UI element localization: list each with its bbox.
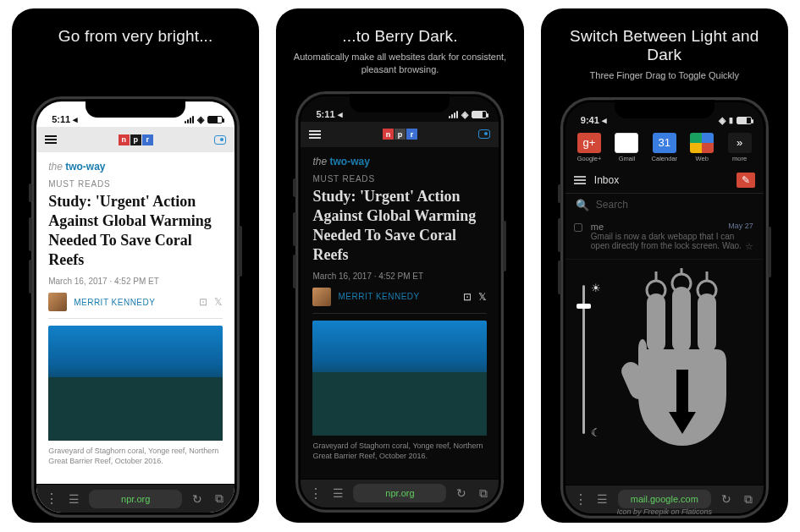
twitter-icon[interactable]: 𝕏 (478, 291, 487, 303)
twitter-icon[interactable]: 𝕏 (214, 296, 223, 308)
status-bar: 9:41 ⁠◂ ◈ ▮ (566, 102, 764, 128)
author-name[interactable]: MERRIT KENNEDY (74, 298, 155, 307)
kicker: MUST READS (48, 179, 223, 189)
url-bar[interactable]: npr.org (353, 484, 446, 502)
site-header: npr (301, 122, 499, 147)
site-header: npr (36, 127, 234, 152)
search-placeholder: Search (596, 199, 628, 211)
menu-icon[interactable] (574, 176, 586, 184)
tabs-icon[interactable]: ⧉ (477, 486, 490, 501)
radio-icon[interactable] (214, 135, 226, 145)
moon-icon: ☾ (591, 426, 601, 439)
url-bar[interactable]: npr.org (89, 490, 182, 508)
image-caption: Graveyard of Staghorn coral, Yonge reef,… (48, 446, 223, 466)
app-more[interactable]: »more (724, 133, 754, 162)
screenshot-gallery: Go from very bright... 5:11 ⁠◂ ◈ npr (0, 0, 800, 531)
app-gmail[interactable]: MGmail (611, 133, 642, 162)
image-caption: Graveyard of Staghorn coral, Yonge reef,… (312, 441, 487, 461)
status-time: 9:41 ⁠◂ (581, 115, 607, 126)
card-subheading: Three Finger Drag to Toggle Quickly (573, 69, 757, 82)
tabs-icon[interactable]: ⧉ (742, 492, 755, 507)
svg-rect-0 (647, 293, 665, 353)
author-avatar[interactable] (48, 293, 67, 311)
dateline: March 16, 2017 · 4:52 PM ET (312, 271, 487, 281)
carrier-badge: ▮ (729, 116, 733, 124)
mail-preview-line: open directly from the lock screen. Wao. (591, 241, 753, 250)
article-image[interactable] (48, 326, 223, 441)
battery-icon (737, 117, 752, 124)
reader-icon[interactable]: ☰ (67, 492, 80, 506)
dots-icon[interactable]: ⋮ (309, 485, 323, 502)
mail-item[interactable]: me May 27 Gmail is now a dark webapp tha… (566, 217, 764, 260)
app-calendar[interactable]: 31Calendar (649, 133, 680, 162)
star-icon[interactable]: ☆ (745, 241, 753, 252)
instagram-icon[interactable]: ⊡ (463, 291, 472, 303)
icon-credit: Icon by Freepik on Flaticons (541, 507, 788, 516)
card-heading: Switch Between Light and Dark (541, 27, 788, 64)
svg-rect-1 (672, 287, 691, 353)
wifi-icon: ◈ (197, 114, 204, 125)
search-icon: 🔍 (576, 199, 589, 211)
wifi-icon: ◈ (461, 109, 468, 120)
wifi-icon: ◈ (719, 115, 726, 126)
compose-button[interactable] (737, 173, 755, 188)
reload-icon[interactable]: ↻ (455, 486, 468, 500)
promo-card-3: Switch Between Light and Dark Three Fing… (541, 8, 788, 523)
menu-icon[interactable] (309, 130, 321, 139)
npr-logo[interactable]: npr (383, 129, 417, 140)
npr-logo[interactable]: npr (119, 134, 153, 145)
mail-preview-line: Gmail is now a dark webapp that I can (591, 232, 753, 241)
author-avatar[interactable] (312, 288, 331, 306)
instagram-icon[interactable]: ⊡ (199, 296, 207, 308)
sun-icon: ☀ (591, 282, 601, 294)
headline[interactable]: Study: 'Urgent' Action Against Global Wa… (48, 192, 223, 270)
tabs-icon[interactable]: ⧉ (212, 491, 226, 506)
section-label[interactable]: the two-way (48, 161, 223, 173)
google-app-bar: g+Google+ MGmail 31Calendar Web »more (566, 128, 764, 167)
svg-rect-10 (676, 370, 688, 414)
status-time: 5:11 ⁠◂ (316, 109, 342, 120)
slider-knob[interactable] (577, 304, 591, 309)
browser-toolbar: ⋮ ☰ npr.org ↻ ⧉ (301, 479, 499, 507)
menu-icon[interactable] (45, 135, 57, 144)
gesture-overlay: ☀ ☾ (566, 260, 764, 485)
status-icons: ◈ (185, 114, 223, 125)
phone-screen-dark: 9:41 ⁠◂ ◈ ▮ g+Google+ MGmail 31Calendar … (566, 102, 764, 513)
reload-icon[interactable]: ↻ (720, 492, 733, 506)
kicker: MUST READS (312, 174, 487, 184)
three-finger-drag-icon (613, 268, 748, 454)
reader-icon[interactable]: ☰ (331, 486, 345, 500)
phone-screen-light: 5:11 ⁠◂ ◈ npr the two-way MU (36, 101, 234, 513)
dateline: March 16, 2017 · 4:52 PM ET (48, 277, 223, 286)
inbox-header: Inbox (566, 167, 764, 194)
phone-mockup: 9:41 ⁠◂ ◈ ▮ g+Google+ MGmail 31Calendar … (560, 97, 769, 518)
checkbox-icon[interactable] (574, 223, 582, 232)
mail-date: May 27 (728, 222, 753, 230)
author-name[interactable]: MERRIT KENNEDY (338, 292, 419, 301)
reader-icon[interactable]: ☰ (596, 492, 610, 506)
search-row[interactable]: 🔍 Search (566, 194, 764, 217)
svg-rect-2 (698, 293, 716, 353)
cellular-icon (185, 116, 194, 123)
article-image[interactable] (312, 321, 487, 436)
section-label[interactable]: the two-way (312, 156, 487, 167)
status-time: 5:11 ⁠◂ (52, 114, 78, 125)
radio-icon[interactable] (478, 129, 490, 139)
app-web[interactable]: Web (687, 133, 717, 162)
cellular-icon (449, 111, 458, 118)
battery-icon (207, 116, 223, 123)
headline[interactable]: Study: 'Urgent' Action Against Global Wa… (312, 187, 487, 265)
browser-toolbar: ⋮ ☰ npr.org ↻ ⧉ (36, 484, 234, 513)
dots-icon[interactable]: ⋮ (45, 491, 58, 507)
byline: MERRIT KENNEDY ⊡ 𝕏 (48, 293, 223, 319)
status-bar: 5:11 ⁠◂ ◈ (301, 96, 499, 122)
url-bar[interactable]: mail.google.com (618, 490, 711, 508)
reload-icon[interactable]: ↻ (190, 492, 204, 506)
card-heading: Go from very bright... (48, 27, 223, 46)
card-subheading: Automatically make all websites dark for… (276, 51, 523, 76)
inbox-title: Inbox (594, 174, 619, 186)
card-heading: ...to Berry Dark. (332, 27, 467, 46)
dots-icon[interactable]: ⋮ (574, 491, 588, 507)
status-icons: ◈ ▮ (719, 115, 752, 126)
app-google-plus[interactable]: g+Google+ (574, 133, 604, 162)
